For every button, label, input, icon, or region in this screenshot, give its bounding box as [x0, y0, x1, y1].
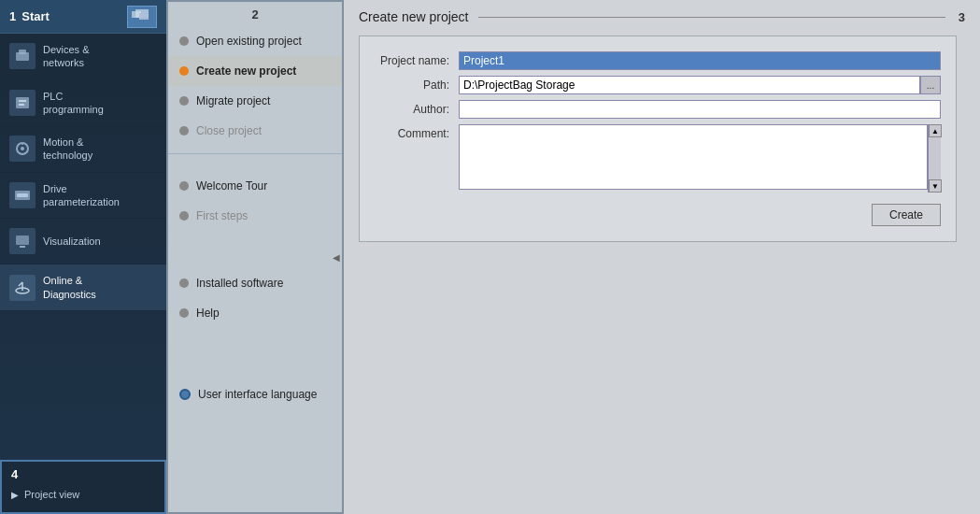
- svg-point-9: [21, 147, 24, 150]
- path-row: Path: ...: [375, 76, 941, 94]
- migrate-dot-icon: [179, 96, 189, 106]
- sidebar: 1 Start Devices &networks PLCprogramming…: [0, 0, 166, 514]
- first-steps-dot-icon: [179, 211, 189, 221]
- sidebar-item-motion-label: Motion &technology: [43, 136, 92, 163]
- collapse-arrow-icon[interactable]: ◀: [333, 252, 340, 263]
- motion-icon: [9, 136, 36, 162]
- svg-rect-6: [19, 100, 26, 102]
- plc-icon: [9, 90, 36, 116]
- menu-create-new[interactable]: Create new project: [168, 56, 342, 86]
- create-btn-row: Create: [375, 204, 941, 226]
- author-label: Author:: [375, 100, 459, 116]
- footer-num: 4: [11, 467, 18, 481]
- path-input[interactable]: [459, 76, 920, 94]
- welcome-label: Welcome Tour: [196, 179, 267, 193]
- project-name-row: Project name:: [375, 51, 941, 70]
- sidebar-item-drive[interactable]: Driveparameterization: [0, 173, 166, 220]
- svg-rect-14: [20, 246, 25, 248]
- project-view-label: Project view: [24, 489, 79, 500]
- sidebar-item-visualization[interactable]: Visualization: [0, 219, 166, 264]
- middle-panel: 2 Open existing project Create new proje…: [166, 0, 344, 514]
- sidebar-header: 1 Start: [0, 0, 166, 34]
- sidebar-item-plc-label: PLCprogramming: [43, 90, 104, 117]
- scroll-down-icon[interactable]: ▼: [929, 179, 942, 193]
- visualization-icon: [9, 228, 36, 254]
- comment-row: Comment: ▲ ▼: [375, 124, 941, 193]
- menu-help[interactable]: Help: [168, 298, 342, 328]
- project-view-footer[interactable]: 4 ▶ Project view: [0, 460, 166, 514]
- right-header: Create new project 3: [359, 9, 965, 24]
- help-dot-icon: [179, 308, 189, 318]
- open-existing-label: Open existing project: [196, 35, 302, 48]
- welcome-dot-icon: [179, 181, 189, 191]
- svg-rect-4: [19, 50, 26, 54]
- comment-textarea[interactable]: [459, 124, 928, 190]
- create-button[interactable]: Create: [872, 204, 941, 226]
- svg-rect-2: [139, 13, 149, 20]
- middle-num: 2: [251, 7, 258, 21]
- project-name-label: Project name:: [375, 51, 459, 67]
- help-label: Help: [196, 307, 220, 320]
- sidebar-title: Start: [21, 9, 50, 23]
- sidebar-item-drive-label: Driveparameterization: [43, 182, 120, 209]
- devices-icon: [9, 43, 36, 69]
- svg-rect-7: [19, 104, 24, 106]
- sidebar-item-motion[interactable]: Motion &technology: [0, 126, 166, 173]
- expand-arrow-icon: ▶: [11, 490, 19, 500]
- sidebar-num: 1: [9, 9, 16, 23]
- ui-lang-dot-icon: [179, 389, 191, 400]
- svg-rect-5: [16, 97, 29, 108]
- menu-ui-language[interactable]: User interface language: [168, 379, 342, 409]
- sidebar-item-devices-label: Devices &networks: [43, 43, 90, 70]
- installed-label: Installed software: [196, 277, 283, 290]
- sidebar-item-plc[interactable]: PLCprogramming: [0, 80, 166, 127]
- sidebar-item-online-label: Online &Diagnostics: [43, 274, 96, 301]
- sidebar-item-devices[interactable]: Devices &networks: [0, 34, 166, 80]
- menu-welcome[interactable]: Welcome Tour: [168, 171, 342, 201]
- installed-dot-icon: [179, 278, 189, 288]
- close-dot-icon: [179, 126, 189, 136]
- svg-rect-12: [17, 193, 28, 197]
- migrate-label: Migrate project: [196, 94, 270, 107]
- right-title: Create new project: [359, 9, 469, 24]
- comment-scrollbar: ▲ ▼: [928, 124, 941, 193]
- drive-icon: [9, 182, 36, 208]
- browse-button[interactable]: ...: [920, 76, 941, 94]
- first-steps-label: First steps: [196, 209, 248, 222]
- project-name-input[interactable]: [459, 51, 941, 70]
- path-label: Path:: [375, 76, 459, 92]
- comment-label: Comment:: [375, 124, 459, 140]
- divider-1: [168, 153, 342, 154]
- menu-migrate[interactable]: Migrate project: [168, 86, 342, 116]
- create-project-form: Project name: Path: ... Author: Comment:…: [359, 36, 957, 242]
- ui-language-label: User interface language: [198, 388, 317, 401]
- menu-open-existing[interactable]: Open existing project: [168, 26, 342, 56]
- scroll-up-icon[interactable]: ▲: [929, 124, 942, 137]
- online-icon: [9, 275, 36, 301]
- menu-close[interactable]: Close project: [168, 116, 342, 146]
- comment-wrapper: ▲ ▼: [459, 124, 941, 193]
- menu-installed-software[interactable]: Installed software: [168, 268, 342, 298]
- header-line: [478, 17, 945, 18]
- close-label: Close project: [196, 124, 262, 137]
- right-num: 3: [959, 10, 965, 24]
- right-panel: Create new project 3 Project name: Path:…: [344, 0, 980, 514]
- menu-first-steps[interactable]: First steps: [168, 201, 342, 231]
- start-icon: [127, 6, 157, 28]
- create-dot-icon: [179, 66, 189, 76]
- open-dot-icon: [179, 36, 189, 46]
- create-new-label: Create new project: [196, 64, 296, 78]
- sidebar-item-viz-label: Visualization: [43, 235, 101, 248]
- author-input[interactable]: [459, 100, 941, 119]
- svg-rect-13: [16, 236, 29, 245]
- sidebar-item-online[interactable]: Online &Diagnostics: [0, 264, 166, 311]
- author-row: Author:: [375, 100, 941, 119]
